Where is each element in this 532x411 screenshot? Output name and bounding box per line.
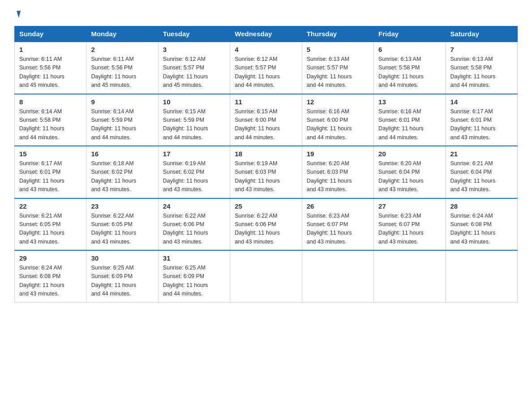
calendar-cell: 3Sunrise: 6:12 AMSunset: 5:57 PMDaylight… — [158, 42, 230, 94]
day-info: Sunrise: 6:15 AMSunset: 5:59 PMDaylight:… — [163, 107, 225, 142]
calendar-cell: 22Sunrise: 6:21 AMSunset: 6:05 PMDayligh… — [15, 198, 86, 251]
day-number: 3 — [163, 46, 225, 53]
calendar-cell: 15Sunrise: 6:17 AMSunset: 6:01 PMDayligh… — [15, 146, 86, 198]
day-info: Sunrise: 6:19 AMSunset: 6:02 PMDaylight:… — [163, 159, 225, 194]
calendar-cell: 20Sunrise: 6:20 AMSunset: 6:04 PMDayligh… — [374, 146, 446, 198]
calendar-cell: 27Sunrise: 6:23 AMSunset: 6:07 PMDayligh… — [374, 198, 446, 251]
day-number: 8 — [19, 98, 82, 106]
day-number: 16 — [91, 150, 153, 158]
weekday-header-thursday: Thursday — [302, 26, 373, 42]
calendar-cell — [374, 250, 446, 302]
calendar-cell: 28Sunrise: 6:24 AMSunset: 6:08 PMDayligh… — [446, 198, 517, 251]
day-number: 12 — [307, 98, 369, 106]
day-number: 9 — [91, 98, 153, 106]
day-number: 14 — [450, 98, 513, 106]
calendar-cell: 24Sunrise: 6:22 AMSunset: 6:06 PMDayligh… — [158, 198, 230, 251]
day-number: 4 — [235, 46, 297, 53]
calendar-cell: 17Sunrise: 6:19 AMSunset: 6:02 PMDayligh… — [158, 146, 230, 198]
day-number: 6 — [378, 46, 441, 53]
day-number: 19 — [307, 150, 369, 158]
day-number: 23 — [91, 202, 153, 210]
calendar-cell: 6Sunrise: 6:13 AMSunset: 5:58 PMDaylight… — [374, 42, 446, 94]
day-number: 15 — [19, 150, 82, 158]
day-number: 27 — [378, 202, 441, 210]
day-info: Sunrise: 6:11 AMSunset: 5:56 PMDaylight:… — [19, 55, 82, 90]
calendar-cell: 26Sunrise: 6:23 AMSunset: 6:07 PMDayligh… — [302, 198, 373, 251]
day-info: Sunrise: 6:18 AMSunset: 6:02 PMDaylight:… — [91, 159, 153, 194]
day-number: 11 — [235, 98, 297, 106]
day-info: Sunrise: 6:16 AMSunset: 6:01 PMDaylight:… — [378, 107, 441, 142]
day-info: Sunrise: 6:25 AMSunset: 6:09 PMDaylight:… — [91, 264, 153, 299]
calendar-table: SundayMondayTuesdayWednesdayThursdayFrid… — [14, 26, 518, 303]
calendar-cell: 31Sunrise: 6:25 AMSunset: 6:09 PMDayligh… — [158, 250, 230, 302]
day-info: Sunrise: 6:20 AMSunset: 6:03 PMDaylight:… — [307, 159, 369, 194]
day-number: 31 — [163, 254, 225, 262]
weekday-header-row: SundayMondayTuesdayWednesdayThursdayFrid… — [15, 26, 518, 42]
day-info: Sunrise: 6:23 AMSunset: 6:07 PMDaylight:… — [307, 212, 369, 247]
day-info: Sunrise: 6:13 AMSunset: 5:58 PMDaylight:… — [450, 55, 513, 90]
day-info: Sunrise: 6:17 AMSunset: 6:01 PMDaylight:… — [450, 107, 513, 142]
calendar-cell: 4Sunrise: 6:12 AMSunset: 5:57 PMDaylight… — [230, 42, 302, 94]
logo-triangle-icon — [15, 11, 21, 18]
weekday-header-monday: Monday — [86, 26, 158, 42]
day-info: Sunrise: 6:16 AMSunset: 6:00 PMDaylight:… — [307, 107, 369, 142]
calendar-cell: 7Sunrise: 6:13 AMSunset: 5:58 PMDaylight… — [446, 42, 517, 94]
calendar-cell: 16Sunrise: 6:18 AMSunset: 6:02 PMDayligh… — [86, 146, 158, 198]
day-info: Sunrise: 6:15 AMSunset: 6:00 PMDaylight:… — [235, 107, 297, 142]
day-info: Sunrise: 6:12 AMSunset: 5:57 PMDaylight:… — [163, 55, 225, 90]
day-info: Sunrise: 6:13 AMSunset: 5:57 PMDaylight:… — [307, 55, 369, 90]
calendar-cell: 10Sunrise: 6:15 AMSunset: 5:59 PMDayligh… — [158, 94, 230, 146]
day-number: 5 — [307, 46, 369, 53]
calendar-cell: 23Sunrise: 6:22 AMSunset: 6:05 PMDayligh… — [86, 198, 158, 251]
calendar-header: SundayMondayTuesdayWednesdayThursdayFrid… — [15, 26, 518, 42]
calendar-cell: 1Sunrise: 6:11 AMSunset: 5:56 PMDaylight… — [15, 42, 86, 94]
logo — [14, 11, 20, 18]
day-number: 28 — [450, 202, 513, 210]
weekday-header-sunday: Sunday — [15, 26, 86, 42]
day-number: 7 — [450, 46, 513, 53]
calendar-week-row: 8Sunrise: 6:14 AMSunset: 5:58 PMDaylight… — [15, 94, 518, 146]
calendar-week-row: 1Sunrise: 6:11 AMSunset: 5:56 PMDaylight… — [15, 42, 518, 94]
day-info: Sunrise: 6:20 AMSunset: 6:04 PMDaylight:… — [378, 159, 441, 194]
calendar-cell — [230, 250, 302, 302]
calendar-cell: 2Sunrise: 6:11 AMSunset: 5:56 PMDaylight… — [86, 42, 158, 94]
calendar-cell: 13Sunrise: 6:16 AMSunset: 6:01 PMDayligh… — [374, 94, 446, 146]
calendar-cell: 30Sunrise: 6:25 AMSunset: 6:09 PMDayligh… — [86, 250, 158, 302]
day-info: Sunrise: 6:24 AMSunset: 6:08 PMDaylight:… — [450, 212, 513, 247]
day-number: 17 — [163, 150, 225, 158]
day-info: Sunrise: 6:14 AMSunset: 5:59 PMDaylight:… — [91, 107, 153, 142]
weekday-header-wednesday: Wednesday — [230, 26, 302, 42]
calendar-cell: 18Sunrise: 6:19 AMSunset: 6:03 PMDayligh… — [230, 146, 302, 198]
day-info: Sunrise: 6:14 AMSunset: 5:58 PMDaylight:… — [19, 107, 82, 142]
weekday-header-tuesday: Tuesday — [158, 26, 230, 42]
day-info: Sunrise: 6:11 AMSunset: 5:56 PMDaylight:… — [91, 55, 153, 90]
calendar-body: 1Sunrise: 6:11 AMSunset: 5:56 PMDaylight… — [15, 42, 518, 302]
day-info: Sunrise: 6:22 AMSunset: 6:05 PMDaylight:… — [91, 212, 153, 247]
page-header — [14, 11, 518, 18]
day-number: 10 — [163, 98, 225, 106]
day-number: 13 — [378, 98, 441, 106]
calendar-cell — [302, 250, 373, 302]
day-number: 2 — [91, 46, 153, 53]
calendar-cell: 12Sunrise: 6:16 AMSunset: 6:00 PMDayligh… — [302, 94, 373, 146]
day-info: Sunrise: 6:21 AMSunset: 6:05 PMDaylight:… — [19, 212, 82, 247]
day-number: 18 — [235, 150, 297, 158]
day-number: 29 — [19, 254, 82, 262]
day-number: 30 — [91, 254, 153, 262]
calendar-cell: 11Sunrise: 6:15 AMSunset: 6:00 PMDayligh… — [230, 94, 302, 146]
day-info: Sunrise: 6:22 AMSunset: 6:06 PMDaylight:… — [235, 212, 297, 247]
calendar-week-row: 15Sunrise: 6:17 AMSunset: 6:01 PMDayligh… — [15, 146, 518, 198]
day-info: Sunrise: 6:17 AMSunset: 6:01 PMDaylight:… — [19, 159, 82, 194]
day-number: 25 — [235, 202, 297, 210]
weekday-header-saturday: Saturday — [446, 26, 517, 42]
day-number: 22 — [19, 202, 82, 210]
calendar-cell: 14Sunrise: 6:17 AMSunset: 6:01 PMDayligh… — [446, 94, 517, 146]
day-number: 26 — [307, 202, 369, 210]
calendar-cell: 29Sunrise: 6:24 AMSunset: 6:08 PMDayligh… — [15, 250, 86, 302]
calendar-week-row: 29Sunrise: 6:24 AMSunset: 6:08 PMDayligh… — [15, 250, 518, 302]
day-number: 20 — [378, 150, 441, 158]
day-number: 21 — [450, 150, 513, 158]
calendar-cell: 21Sunrise: 6:21 AMSunset: 6:04 PMDayligh… — [446, 146, 517, 198]
day-info: Sunrise: 6:13 AMSunset: 5:58 PMDaylight:… — [378, 55, 441, 90]
calendar-cell — [446, 250, 517, 302]
